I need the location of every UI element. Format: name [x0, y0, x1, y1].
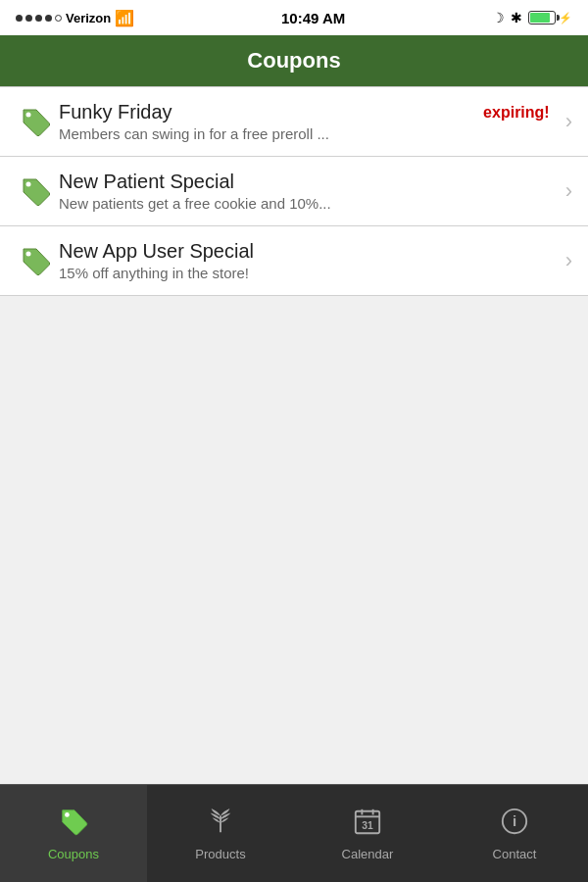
- tab-coupons[interactable]: Coupons: [0, 785, 147, 882]
- coupon-desc-2: New patients get a free cookie and 10%..…: [59, 195, 558, 212]
- coupon-title-row-1: Funky Friday expiring!: [59, 101, 558, 123]
- expiring-badge-1: expiring!: [483, 104, 550, 122]
- coupon-desc-3: 15% off anything in the store!: [59, 265, 558, 281]
- nav-header: Coupons: [0, 35, 588, 86]
- svg-text:31: 31: [362, 819, 373, 830]
- tab-calendar[interactable]: 31 Calendar: [294, 785, 441, 882]
- dot2: [25, 15, 32, 22]
- tab-contact[interactable]: i Contact: [441, 785, 588, 882]
- chevron-icon-2: ›: [565, 178, 572, 204]
- coupon-title-2: New Patient Special: [59, 171, 234, 193]
- coupon-content-2: New Patient Special New patients get a f…: [59, 171, 558, 212]
- bluetooth-icon: ✱: [511, 10, 522, 25]
- svg-point-2: [26, 252, 31, 257]
- wifi-icon: 📶: [115, 9, 134, 27]
- tab-products[interactable]: Products: [147, 785, 294, 882]
- signal-dots: [16, 15, 62, 22]
- coupon-item-3[interactable]: New App User Special 15% off anything in…: [0, 226, 588, 296]
- coupon-content-3: New App User Special 15% off anything in…: [59, 240, 558, 281]
- svg-text:i: i: [513, 811, 516, 828]
- coupon-title-row-2: New Patient Special: [59, 171, 558, 193]
- time-display: 10:49 AM: [281, 10, 345, 26]
- calendar-tab-icon: 31: [353, 807, 382, 843]
- status-left: Verizon 📶: [16, 9, 134, 27]
- battery-fill: [530, 13, 550, 23]
- coupon-item-2[interactable]: New Patient Special New patients get a f…: [0, 157, 588, 226]
- charging-icon: ⚡: [559, 12, 572, 24]
- svg-point-0: [26, 113, 31, 118]
- moon-icon: ☽: [492, 10, 505, 25]
- coupon-title-3: New App User Special: [59, 240, 254, 263]
- chevron-icon-1: ›: [565, 109, 572, 134]
- tab-label-contact: Contact: [493, 847, 537, 861]
- dot3: [35, 15, 42, 22]
- coupons-tab-icon: [59, 807, 88, 843]
- contact-tab-icon: i: [500, 807, 529, 843]
- coupon-tag-icon-1: [16, 106, 55, 137]
- coupon-list: Funky Friday expiring! Members can swing…: [0, 87, 588, 296]
- dot4: [45, 15, 52, 22]
- dot5: [55, 15, 62, 22]
- products-tab-icon: [206, 807, 235, 843]
- tab-label-coupons: Coupons: [48, 847, 99, 861]
- carrier-label: Verizon: [66, 11, 111, 25]
- coupon-item-1[interactable]: Funky Friday expiring! Members can swing…: [0, 87, 588, 157]
- tab-label-products: Products: [195, 847, 245, 861]
- tab-bar: Coupons Products 31 Calendar: [0, 784, 588, 882]
- tab-label-calendar: Calendar: [342, 847, 394, 861]
- dot1: [16, 15, 23, 22]
- coupon-tag-icon-2: [16, 175, 55, 207]
- coupon-content-1: Funky Friday expiring! Members can swing…: [59, 101, 558, 142]
- svg-point-3: [65, 812, 70, 817]
- battery-indicator: ⚡: [528, 11, 572, 24]
- page-title: Coupons: [247, 48, 340, 74]
- coupon-desc-1: Members can swing in for a free preroll …: [59, 125, 558, 142]
- coupon-title-1: Funky Friday: [59, 101, 172, 123]
- chevron-icon-3: ›: [565, 248, 572, 273]
- svg-point-1: [26, 182, 31, 187]
- coupon-title-row-3: New App User Special: [59, 240, 558, 263]
- battery-body: [528, 11, 556, 24]
- status-right: ☽ ✱ ⚡: [492, 10, 572, 25]
- coupon-tag-icon-3: [16, 245, 55, 276]
- status-bar: Verizon 📶 10:49 AM ☽ ✱ ⚡: [0, 0, 588, 35]
